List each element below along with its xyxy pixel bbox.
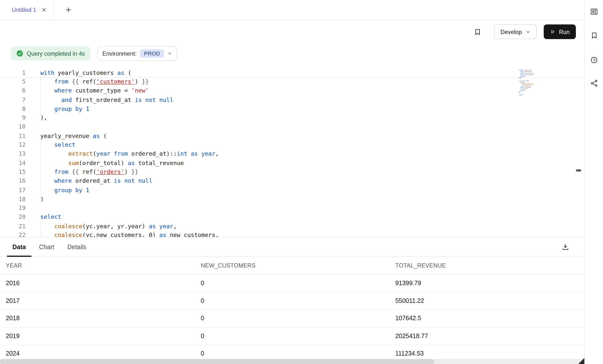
history-clock-icon[interactable] [589,55,599,65]
action-toolbar: Develop Run [0,20,584,43]
tab-untitled-1[interactable]: Untitled 1 [0,0,54,20]
table-row[interactable]: 20180107642.5 [0,310,584,327]
indent-guide [40,77,41,113]
code-line[interactable]: 13 extract(year from ordered_at)::int as… [0,149,584,158]
column-header: YEAR [6,262,201,269]
tab-title: Untitled 1 [12,6,36,13]
editor-scrollbar-thumb[interactable] [576,169,581,172]
horizontal-scrollbar[interactable] [0,359,584,364]
code-text: sum(order_total) as total_revenue [40,159,184,166]
line-number: 13 [0,150,26,157]
code-area: 1with yearly_customers as (5 from {{ ref… [0,68,584,237]
query-status-text: Query completed in 4s [27,50,85,57]
line-number: 8 [0,105,26,112]
table-cell: 2024 [6,350,201,357]
table-cell: 2016 [6,280,201,287]
chevron-down-icon [167,51,172,56]
code-line[interactable]: 18) [0,194,584,203]
environment-badge: PROD [140,49,164,58]
develop-button[interactable]: Develop [494,24,537,39]
code-text: select [40,214,61,221]
code-line[interactable]: 6 where customer_type = 'new' [0,86,584,95]
code-line[interactable]: 12 select [0,140,584,149]
results-panel: DataChartDetails YEARNEW_CUSTOMERSTOTAL_… [0,237,584,364]
code-text: with yearly_customers as ( [40,69,131,76]
table-cell: 0 [201,280,395,287]
code-line[interactable]: 10 [0,122,584,131]
layout-panel-icon[interactable] [589,6,599,17]
code-line[interactable]: 1with yearly_customers as ( [0,68,584,77]
line-number: 9 [0,114,26,121]
code-text: ), [40,114,47,121]
code-line[interactable]: 22 coalesce(yc.new_customers, 0) as new_… [0,230,584,237]
code-line[interactable]: 19 [0,204,584,213]
run-button[interactable]: Run [544,24,576,39]
code-text: coalesce(yc.new_customers, 0) as new_cus… [40,232,219,237]
table-cell: 91399.79 [395,280,584,287]
close-icon[interactable] [42,7,47,12]
line-number: 15 [0,169,26,176]
line-number: 22 [0,232,26,237]
sql-editor[interactable]: 1with yearly_customers as (5 from {{ ref… [0,63,584,237]
resize-corner-icon [578,358,584,364]
line-number: 7 [0,96,26,103]
table-cell: 2019 [6,333,201,340]
indent-guide [40,222,41,237]
code-line[interactable]: 9), [0,113,584,122]
line-number: 20 [0,214,26,221]
tab-data[interactable]: Data [12,237,26,256]
code-line[interactable]: 8 group by 1 [0,104,584,113]
code-line[interactable]: 11yearly_revenue as ( [0,131,584,140]
table-cell: 111234.53 [395,350,584,357]
tab-chart[interactable]: Chart [39,237,54,256]
line-number: 1 [0,69,26,76]
minimap[interactable] [518,69,549,97]
code-line[interactable]: 15 from {{ ref('orders') }} [0,167,584,176]
code-line[interactable]: 5 from {{ ref('customers') }} [0,77,584,86]
table-row[interactable]: 201902025418.77 [0,327,584,345]
line-number: 11 [0,132,26,139]
line-number: 19 [0,205,26,212]
line-number: 21 [0,223,26,229]
code-line[interactable]: 20select [0,213,584,222]
line-number: 16 [0,178,26,184]
line-number: 5 [0,78,26,85]
code-line[interactable]: 16 where ordered_at is not null [0,177,584,185]
environment-selector[interactable]: Environment: PROD [97,46,177,61]
table-cell: 0 [201,315,395,322]
editor-tab-bar: Untitled 1 [0,0,584,20]
column-header: TOTAL_REVENUE [395,262,584,269]
bookmark-icon[interactable] [589,30,599,41]
app: Untitled 1 Develop Run [0,0,603,364]
line-number: 10 [0,123,26,130]
table-row[interactable]: 2016091399.79 [0,275,584,292]
code-line[interactable]: 14 sum(order_total) as total_revenue [0,158,584,167]
develop-button-label: Develop [501,29,522,35]
environment-label: Environment: [102,50,137,57]
code-text: select [40,141,75,148]
tab-details[interactable]: Details [67,237,86,256]
run-button-label: Run [559,29,570,35]
table-cell: 0 [201,350,395,357]
code-line[interactable]: 17 group by 1 [0,185,584,194]
column-header: NEW_CUSTOMERS [201,262,395,269]
main-area: Untitled 1 Develop Run [0,0,584,364]
table-cell: 2025418.77 [395,333,584,340]
code-text: coalesce(yc.year, yr.year) as year, [40,223,177,229]
chevron-down-icon [526,29,531,34]
table-row[interactable]: 20170550011.22 [0,292,584,310]
scrollbar-thumb[interactable] [0,359,434,364]
code-text: from {{ ref('orders') }} [40,169,138,176]
table-cell: 550011.22 [395,297,584,304]
results-body: 2016091399.7920170550011.2220180107642.5… [0,275,584,363]
new-tab-icon[interactable] [65,6,72,14]
code-text: yearly_revenue as ( [40,132,107,139]
code-text: where ordered_at is not null [40,178,152,184]
bookmark-icon[interactable] [473,27,483,37]
lineage-icon[interactable] [589,78,599,89]
download-icon[interactable] [560,242,571,252]
code-line[interactable]: 7 and first_ordered_at is not null [0,95,584,104]
table-cell: 2017 [6,297,201,304]
table-cell: 0 [201,333,395,340]
code-line[interactable]: 21 coalesce(yc.year, yr.year) as year, [0,222,584,230]
